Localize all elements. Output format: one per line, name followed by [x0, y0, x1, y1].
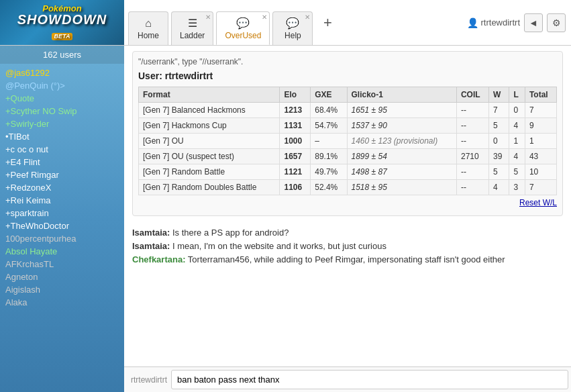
- cell-l: 5: [509, 164, 525, 180]
- userrank-box: "/userrank", type "//userrank". User: rt…: [132, 51, 563, 216]
- list-item[interactable]: +E4 Flint: [0, 156, 124, 168]
- cell-gxe: 52.4%: [311, 180, 347, 195]
- overused-icon: 💬: [236, 17, 250, 30]
- tab-home[interactable]: ⌂ Home: [128, 11, 168, 45]
- table-row: [Gen 7] Balanced Hackmons 1213 68.4% 165…: [139, 103, 557, 118]
- cell-glicko: 1498 ± 87: [347, 164, 456, 180]
- list-item[interactable]: Alaka: [0, 296, 124, 309]
- cell-elo: 1131: [280, 118, 311, 134]
- msg-username: Chefkartana:: [132, 254, 185, 264]
- cell-total: 7: [525, 103, 556, 118]
- list-item[interactable]: +Rei Keima: [0, 194, 124, 207]
- list-item[interactable]: +c oc o nut: [0, 143, 124, 156]
- tab-help[interactable]: ✕ 💬 Help: [272, 11, 313, 45]
- cell-total: 43: [525, 149, 556, 164]
- msg-username: Isamtaia:: [132, 228, 170, 238]
- tab-ladder[interactable]: ✕ ☰ Ladder: [171, 11, 213, 45]
- userrank-table: Format Elo GXE Glicko-1 COIL W L Total […: [138, 87, 557, 195]
- cell-w: 5: [489, 164, 509, 180]
- cell-coil: --: [456, 180, 488, 195]
- cell-format: [Gen 7] Hackmons Cup: [139, 118, 280, 134]
- username-text: rtrtewdirtrt: [481, 17, 521, 28]
- cell-w: 7: [489, 103, 509, 118]
- list-item[interactable]: •TIBot: [0, 130, 124, 143]
- chat-input[interactable]: [171, 370, 568, 389]
- list-item[interactable]: +TheWhoDoctor: [0, 219, 124, 232]
- cell-glicko: 1518 ± 95: [347, 180, 456, 195]
- chat-area: "/userrank", type "//userrank". User: rt…: [124, 46, 571, 366]
- cell-w: 0: [489, 134, 509, 149]
- list-item[interactable]: @jas61292: [0, 66, 124, 79]
- user-label: User:: [138, 70, 162, 81]
- cell-gxe: 89.1%: [311, 149, 347, 164]
- logo: Pokémon SHOWDOWN BETA: [0, 0, 124, 45]
- list-item[interactable]: +Scyther NO Swip: [0, 105, 124, 117]
- list-item[interactable]: +Quote: [0, 92, 124, 105]
- help-close-icon[interactable]: ✕: [305, 14, 310, 21]
- col-gxe: GXE: [311, 87, 347, 103]
- add-tab-button[interactable]: +: [314, 9, 341, 36]
- sound-button[interactable]: ◄: [524, 13, 543, 32]
- user-list[interactable]: @jas61292@PenQuin (°)>+Quote+Scyther NO …: [0, 64, 124, 392]
- cell-total: 10: [525, 164, 556, 180]
- col-l: L: [509, 87, 525, 103]
- user-count: 162 users: [0, 46, 124, 64]
- home-icon: ⌂: [145, 17, 152, 30]
- cell-elo: 1213: [280, 103, 311, 118]
- cell-elo: 1121: [280, 164, 311, 180]
- list-item[interactable]: Absol Hayate: [0, 245, 124, 258]
- msg-text: Is there a PS app for android?: [172, 228, 289, 238]
- cell-format: [Gen 7] Random Battle: [139, 164, 280, 180]
- cell-gxe: 54.7%: [311, 118, 347, 134]
- list-item[interactable]: 100percentpurhea: [0, 232, 124, 245]
- col-glicko: Glicko-1: [347, 87, 456, 103]
- cell-l: 3: [509, 180, 525, 195]
- col-elo: Elo: [280, 87, 311, 103]
- list-item: Isamtaia: Is there a PS app for android?: [132, 227, 563, 239]
- userrank-hint: "/userrank", type "//userrank".: [138, 57, 557, 66]
- msg-text: Torterraman456, while adding to Peef Rim…: [188, 254, 505, 264]
- cell-format: [Gen 7] OU (suspect test): [139, 149, 280, 164]
- header: Pokémon SHOWDOWN BETA ⌂ Home ✕ ☰ Ladder …: [0, 0, 571, 46]
- cell-l: 4: [509, 118, 525, 134]
- tab-overused[interactable]: ✕ 💬 OverUsed: [216, 11, 270, 45]
- cell-coil: --: [456, 103, 488, 118]
- reset-wl-link[interactable]: Reset W/L: [138, 195, 557, 210]
- cell-coil: --: [456, 164, 488, 180]
- list-item[interactable]: +sparktrain: [0, 207, 124, 219]
- list-item[interactable]: +Swirly-der: [0, 117, 124, 130]
- cell-gxe: 68.4%: [311, 103, 347, 118]
- cell-format: [Gen 7] Balanced Hackmons: [139, 103, 280, 118]
- table-row: [Gen 7] Hackmons Cup 1131 54.7% 1537 ± 9…: [139, 118, 557, 134]
- user-avatar-icon: 👤: [467, 17, 478, 28]
- content-area: "/userrank", type "//userrank". User: rt…: [124, 46, 571, 392]
- cell-l: 1: [509, 134, 525, 149]
- cell-glicko: 1899 ± 54: [347, 149, 456, 164]
- cell-elo: 1000: [280, 134, 311, 149]
- settings-button[interactable]: ⚙: [547, 13, 566, 32]
- list-item[interactable]: @PenQuin (°)>: [0, 79, 124, 92]
- logo-title: Pokémon SHOWDOWN BETA: [17, 4, 107, 41]
- logo-beta: BETA: [52, 33, 73, 40]
- msg-text: I mean, I'm on the website and it works,…: [172, 241, 386, 251]
- cell-coil: --: [456, 134, 488, 149]
- list-item[interactable]: Aigislash: [0, 283, 124, 296]
- table-row: [Gen 7] OU (suspect test) 1657 89.1% 189…: [139, 149, 557, 164]
- ladder-close-icon[interactable]: ✕: [205, 14, 211, 21]
- list-item[interactable]: Agneton: [0, 271, 124, 283]
- cell-glicko: 1651 ± 95: [347, 103, 456, 118]
- tab-home-label: Home: [138, 31, 159, 40]
- cell-l: 0: [509, 103, 525, 118]
- list-item[interactable]: AFKrchasTL: [0, 258, 124, 271]
- cell-total: 1: [525, 134, 556, 149]
- cell-gxe: –: [311, 134, 347, 149]
- cell-elo: 1106: [280, 180, 311, 195]
- list-item[interactable]: +Peef Rimgar: [0, 168, 124, 181]
- ladder-icon: ☰: [188, 17, 197, 30]
- username-display: 👤 rtrtewdirtrt: [467, 17, 521, 28]
- userrank-user-title: User: rtrtewdirtrt: [138, 70, 557, 81]
- cell-l: 4: [509, 149, 525, 164]
- tab-ladder-label: Ladder: [180, 31, 205, 40]
- overused-close-icon[interactable]: ✕: [262, 14, 267, 21]
- list-item[interactable]: +RedzoneX: [0, 181, 124, 194]
